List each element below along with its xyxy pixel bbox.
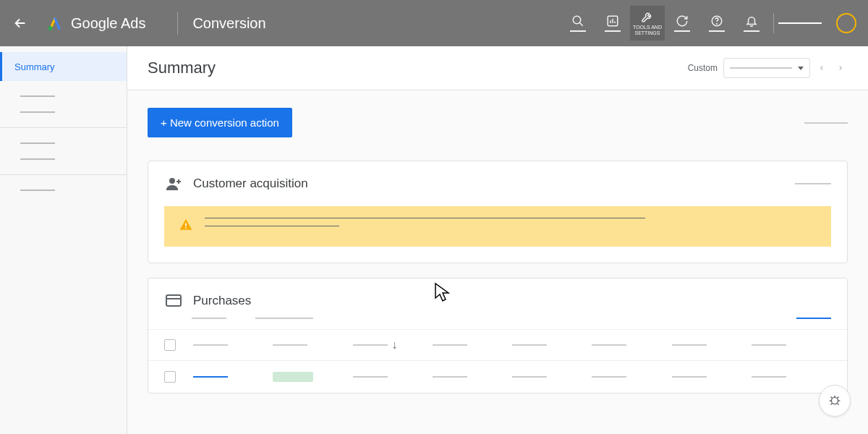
date-next-button[interactable] bbox=[833, 61, 848, 75]
table-header-row: ↓ bbox=[148, 329, 847, 360]
select-all-checkbox[interactable] bbox=[164, 339, 176, 351]
svg-line-22 bbox=[831, 404, 833, 405]
content-header: Summary Custom bbox=[127, 46, 868, 90]
customer-acquisition-icon bbox=[164, 174, 183, 193]
table-cell bbox=[592, 376, 671, 378]
sidebar-item-placeholder[interactable] bbox=[20, 142, 55, 144]
table-cell bbox=[193, 376, 273, 378]
table-header-col[interactable] bbox=[672, 344, 752, 346]
table-header-col[interactable] bbox=[273, 344, 352, 346]
sidebar-item-placeholder[interactable] bbox=[20, 95, 55, 97]
subheader-link-placeholder[interactable] bbox=[796, 318, 831, 319]
tools-label: TOOLS AND SETTINGS bbox=[630, 25, 665, 35]
sidebar-item-placeholder[interactable] bbox=[20, 190, 55, 191]
table-cell bbox=[353, 376, 433, 378]
svg-rect-13 bbox=[185, 227, 187, 229]
sidebar-item-summary[interactable]: Summary bbox=[0, 52, 127, 81]
table-header-col[interactable] bbox=[752, 344, 831, 346]
customer-acquisition-title: Customer acquisition bbox=[193, 176, 308, 191]
svg-line-2 bbox=[579, 22, 583, 26]
purchases-title: Purchases bbox=[193, 294, 251, 308]
search-icon[interactable] bbox=[561, 6, 595, 41]
account-avatar[interactable] bbox=[836, 13, 856, 33]
notifications-icon[interactable] bbox=[734, 6, 769, 41]
svg-rect-12 bbox=[185, 224, 187, 226]
svg-rect-14 bbox=[166, 295, 181, 306]
sidebar-divider bbox=[0, 174, 127, 175]
row-checkbox[interactable] bbox=[164, 371, 176, 383]
card-header-placeholder bbox=[795, 183, 831, 184]
date-range-placeholder bbox=[730, 67, 792, 69]
svg-point-16 bbox=[831, 397, 838, 404]
google-ads-logo-icon bbox=[46, 14, 64, 32]
main-content: Summary Custom + New conversion action bbox=[127, 46, 868, 434]
table-cell bbox=[752, 376, 831, 378]
table-header-col[interactable] bbox=[512, 344, 592, 346]
account-placeholder bbox=[778, 22, 822, 24]
date-range-select[interactable] bbox=[723, 58, 810, 78]
back-button[interactable] bbox=[12, 14, 29, 32]
table-header-col[interactable] bbox=[592, 344, 671, 346]
svg-point-0 bbox=[48, 26, 53, 30]
date-range-label: Custom bbox=[688, 63, 718, 73]
purchases-icon bbox=[164, 292, 183, 310]
svg-line-21 bbox=[838, 397, 839, 399]
subheader-placeholder bbox=[255, 318, 313, 319]
date-prev-button[interactable] bbox=[814, 61, 829, 75]
new-conversion-button[interactable]: + New conversion action bbox=[148, 108, 292, 137]
sidebar-divider bbox=[0, 127, 127, 128]
sidebar-item-placeholder[interactable] bbox=[20, 111, 55, 113]
warning-icon bbox=[179, 218, 193, 235]
bug-icon bbox=[827, 393, 843, 409]
tools-settings-icon[interactable]: TOOLS AND SETTINGS bbox=[630, 6, 665, 41]
table-header-col-sorted[interactable]: ↓ bbox=[353, 339, 433, 352]
refresh-icon[interactable] bbox=[665, 6, 699, 41]
warning-banner bbox=[164, 206, 831, 247]
action-placeholder[interactable] bbox=[804, 122, 848, 124]
warning-text-placeholder bbox=[205, 226, 339, 226]
topbar-actions: TOOLS AND SETTINGS bbox=[561, 6, 856, 41]
customer-acquisition-card: Customer acquisition bbox=[148, 161, 848, 263]
feedback-fab[interactable] bbox=[819, 385, 851, 417]
svg-point-1 bbox=[573, 16, 581, 24]
svg-point-9 bbox=[169, 178, 175, 184]
topbar-section-label: Conversion bbox=[192, 15, 265, 32]
sidebar-item-placeholder[interactable] bbox=[20, 158, 55, 160]
sidebar: Summary bbox=[0, 46, 127, 434]
purchases-card: Purchases ↓ bbox=[148, 278, 848, 393]
svg-line-23 bbox=[838, 404, 839, 405]
table-cell bbox=[512, 376, 592, 378]
status-pill bbox=[273, 372, 313, 382]
table-cell bbox=[433, 376, 512, 378]
topbar-separator bbox=[773, 13, 774, 33]
chevron-down-icon bbox=[798, 67, 804, 70]
table-row[interactable] bbox=[148, 360, 847, 393]
sort-down-icon: ↓ bbox=[392, 339, 398, 352]
table-header-col[interactable] bbox=[433, 344, 512, 346]
brand-name: Google Ads bbox=[71, 15, 145, 32]
svg-point-8 bbox=[717, 23, 718, 24]
help-icon[interactable] bbox=[699, 6, 734, 41]
page-title: Summary bbox=[148, 59, 216, 77]
reports-icon[interactable] bbox=[595, 6, 630, 41]
table-header-col[interactable] bbox=[193, 344, 273, 346]
svg-line-20 bbox=[831, 397, 833, 399]
subheader-placeholder bbox=[192, 318, 226, 319]
brand-logo[interactable]: Google Ads bbox=[46, 14, 145, 32]
table-cell bbox=[672, 376, 752, 378]
topbar-divider bbox=[177, 12, 178, 35]
top-bar: Google Ads Conversion TOOLS AND SETTINGS bbox=[0, 0, 868, 46]
table-cell-status bbox=[273, 372, 352, 382]
warning-text-placeholder bbox=[205, 218, 645, 218]
